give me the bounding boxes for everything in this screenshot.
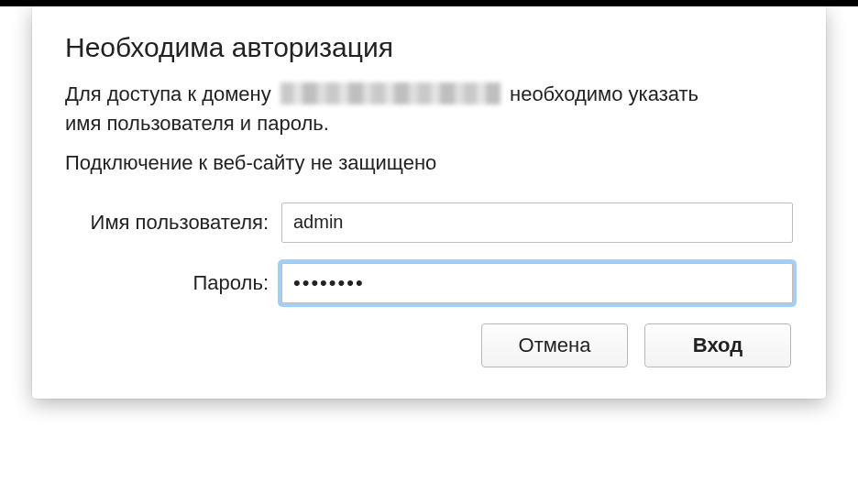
password-input[interactable] [281,263,793,303]
username-row: Имя пользователя: [65,203,793,243]
password-row: Пароль: [65,263,793,303]
desc-prefix: Для доступа к домену [65,82,271,105]
domain-redacted [280,82,500,104]
dialog-buttons: Отмена Вход [65,323,793,367]
dialog-description: Для доступа к домену необходимо указать … [65,80,793,138]
password-label: Пароль: [65,271,281,295]
dialog-title: Необходима авторизация [65,32,793,63]
cancel-button[interactable]: Отмена [481,323,628,367]
username-label: Имя пользователя: [65,211,281,235]
username-input[interactable] [281,203,793,243]
window-top-edge [0,0,858,6]
auth-dialog: Необходима авторизация Для доступа к дом… [32,6,826,399]
desc-suffix: необходимо указать [510,82,698,105]
insecure-warning: Подключение к веб-сайту не защищено [65,151,793,175]
submit-button[interactable]: Вход [644,323,791,367]
desc-line2: имя пользователя и пароль. [65,109,793,138]
